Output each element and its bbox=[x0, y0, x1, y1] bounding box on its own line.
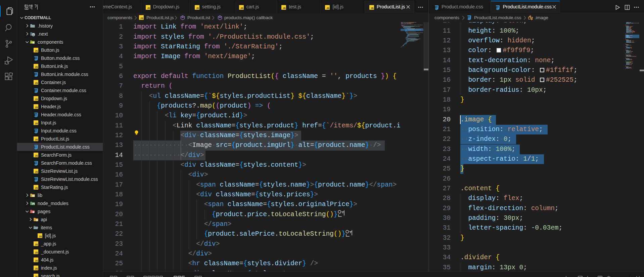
svg-text:JS: JS bbox=[240, 7, 243, 10]
svg-text:JS: JS bbox=[35, 138, 38, 141]
svg-text:JS: JS bbox=[35, 251, 38, 254]
svg-text:JS: JS bbox=[35, 243, 38, 246]
svg-text:JS: JS bbox=[35, 259, 38, 262]
svg-text:JS: JS bbox=[35, 66, 38, 69]
svg-text:JS: JS bbox=[326, 7, 329, 10]
svg-text:JS: JS bbox=[35, 82, 38, 85]
svg-text:JS: JS bbox=[371, 7, 374, 10]
svg-text:JS: JS bbox=[140, 17, 143, 20]
svg-text:JS: JS bbox=[35, 187, 38, 190]
svg-text:JS: JS bbox=[35, 267, 38, 270]
svg-text:N: N bbox=[33, 34, 35, 37]
svg-text:JS: JS bbox=[35, 98, 38, 101]
svg-text:JS: JS bbox=[35, 49, 38, 52]
svg-text:JS: JS bbox=[39, 235, 42, 238]
svg-text:JS: JS bbox=[35, 170, 38, 173]
svg-text:JS: JS bbox=[35, 154, 38, 157]
svg-text:JS: JS bbox=[147, 7, 150, 10]
svg-text:JS: JS bbox=[283, 7, 286, 10]
svg-text:JS: JS bbox=[196, 7, 199, 10]
svg-text:JS: JS bbox=[35, 122, 38, 125]
svg-text:JS: JS bbox=[35, 275, 38, 277]
svg-text:JS: JS bbox=[35, 106, 38, 109]
